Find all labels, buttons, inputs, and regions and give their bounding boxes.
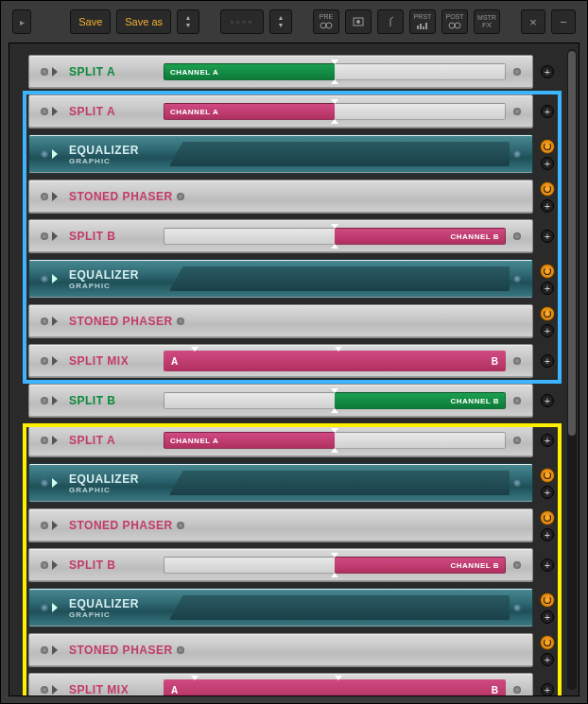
svg-rect-6 — [423, 26, 424, 29]
disclosure-icon[interactable] — [52, 67, 58, 77]
disclosure-icon[interactable] — [52, 232, 58, 241]
add-button[interactable]: + — [541, 653, 554, 666]
rack: SPLIT ACHANNEL A+SPLIT ACHANNEL A+EQUALI… — [9, 43, 579, 696]
disclosure-icon[interactable] — [52, 107, 58, 116]
mix-a-label: A — [171, 685, 178, 695]
slider-notch-icon — [331, 224, 338, 229]
tuner-button[interactable] — [377, 9, 404, 34]
power-button[interactable] — [540, 306, 555, 321]
channel-a — [164, 392, 335, 409]
mix-notch-icon — [335, 676, 342, 680]
slider-notch-icon — [331, 99, 338, 104]
disclosure-icon[interactable] — [52, 396, 58, 405]
add-button[interactable]: + — [541, 324, 554, 337]
screw-icon — [513, 108, 521, 115]
module-title: SPLIT A — [65, 105, 160, 118]
eq-body[interactable] — [169, 595, 510, 620]
toolbar: ▸ Save Save as ▲▼ ◦◦◦◦ ▲▼ PRE PRST POST … — [9, 9, 579, 43]
split-slider[interactable]: CHANNEL A — [164, 103, 506, 120]
minimize-button[interactable]: − — [551, 9, 576, 34]
power-button[interactable] — [540, 264, 555, 279]
post-button[interactable]: POST — [441, 9, 468, 34]
scrollbar[interactable] — [567, 49, 577, 690]
scrollbar-thumb[interactable] — [568, 51, 576, 436]
add-button[interactable]: + — [541, 528, 554, 541]
mix-b-label: B — [492, 685, 498, 695]
add-button[interactable]: + — [541, 683, 554, 696]
nav-pad[interactable]: ◦◦◦◦ — [220, 9, 264, 34]
disclosure-icon[interactable] — [52, 192, 58, 201]
add-button[interactable]: + — [541, 434, 554, 447]
mstr-button[interactable]: MSTRFX — [474, 9, 500, 34]
add-button[interactable]: + — [541, 65, 554, 78]
disclosure-icon[interactable] — [52, 521, 58, 530]
channel-b — [335, 63, 506, 80]
disclosure-icon[interactable] — [52, 149, 58, 159]
slider-notch-icon — [331, 408, 338, 413]
power-button[interactable] — [540, 468, 555, 483]
channel-a: CHANNEL A — [164, 432, 335, 449]
module-eq: EQUALIZERGRAPHIC+ — [28, 259, 558, 299]
power-button[interactable] — [540, 510, 555, 525]
module-face: SPLIT ACHANNEL A — [28, 55, 533, 89]
eq-body[interactable] — [169, 471, 510, 495]
save-as-button[interactable]: Save as — [116, 9, 171, 34]
nav-updown[interactable]: ▲▼ — [269, 9, 292, 34]
add-button[interactable]: + — [541, 282, 554, 295]
add-button[interactable]: + — [541, 105, 554, 118]
pre-button[interactable]: PRE — [313, 9, 339, 34]
split-slider[interactable]: CHANNEL A — [164, 63, 506, 80]
split-slider[interactable]: CHANNEL B — [164, 557, 506, 574]
split-slider[interactable]: CHANNEL B — [164, 228, 506, 245]
add-button[interactable]: + — [541, 610, 554, 624]
module-face: SPLIT ACHANNEL A — [28, 423, 533, 457]
prst-button[interactable]: PRST — [409, 9, 436, 34]
module-title: SPLIT A — [65, 434, 160, 447]
mix-slider[interactable]: AB — [164, 679, 506, 696]
disclosure-icon[interactable] — [52, 685, 58, 695]
split-slider[interactable]: CHANNEL A — [164, 432, 506, 449]
disclosure-icon[interactable] — [52, 645, 58, 655]
power-button[interactable] — [540, 592, 555, 608]
mix-slider[interactable]: AB — [164, 351, 506, 371]
collapse-all-button[interactable]: ▸ — [12, 9, 31, 34]
split-slider[interactable]: CHANNEL B — [164, 392, 506, 409]
disclosure-icon[interactable] — [52, 436, 58, 445]
power-button[interactable] — [540, 181, 555, 197]
power-button[interactable] — [540, 139, 555, 154]
module-side-controls: + — [537, 423, 558, 457]
add-button[interactable]: + — [541, 157, 554, 170]
add-button[interactable]: + — [541, 558, 554, 572]
disclosure-icon[interactable] — [52, 317, 58, 326]
add-button[interactable]: + — [541, 354, 554, 368]
eq-body[interactable] — [169, 266, 510, 291]
disclosure-icon[interactable] — [52, 603, 58, 612]
screw-icon — [513, 150, 521, 158]
screw-icon — [41, 318, 48, 325]
disclosure-icon[interactable] — [52, 478, 58, 488]
slider-notch-icon — [331, 428, 338, 433]
eq-body[interactable] — [169, 142, 510, 166]
disclosure-icon[interactable] — [52, 356, 58, 366]
add-button[interactable]: + — [541, 199, 554, 213]
add-button[interactable]: + — [541, 230, 554, 243]
module-side-controls: + — [537, 180, 558, 214]
disclosure-icon[interactable] — [52, 274, 58, 283]
screw-icon — [41, 479, 48, 487]
disclosure-icon[interactable] — [52, 560, 58, 570]
module-face: EQUALIZERGRAPHIC — [28, 134, 533, 174]
add-button[interactable]: + — [541, 394, 554, 407]
screw-icon — [513, 357, 521, 365]
cab-button[interactable] — [345, 9, 372, 34]
screw-icon — [513, 397, 521, 404]
stepper-arrows[interactable]: ▲▼ — [177, 9, 199, 34]
svg-point-1 — [326, 23, 332, 28]
module-title: EQUALIZERGRAPHIC — [65, 597, 160, 619]
save-button[interactable]: Save — [70, 9, 111, 34]
svg-rect-7 — [425, 23, 427, 29]
close-button[interactable]: × — [521, 9, 545, 34]
power-button[interactable] — [540, 635, 555, 650]
svg-rect-5 — [420, 24, 422, 29]
screw-icon — [41, 646, 48, 654]
add-button[interactable]: + — [541, 486, 554, 499]
